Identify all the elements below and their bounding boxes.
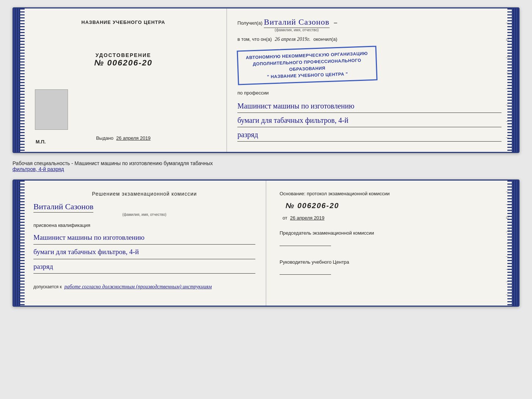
- date-line: в том, что он(а) 26 апреля 2019г. окончи…: [237, 36, 502, 42]
- between-label: Рабочая специальность - Машинист машины …: [12, 159, 520, 174]
- top-left-page: НАЗВАНИЕ УЧЕБНОГО ЦЕНТРА УДОСТОВЕРЕНИЕ №…: [20, 8, 227, 152]
- qual-line-1: Машинист машины по изготовлению: [33, 232, 255, 245]
- protocol-number-block: № 006206-20: [280, 202, 502, 210]
- profession-line-1: Машинист машины по изготовлению: [237, 100, 502, 113]
- issued-line: Выдано 26 апреля 2019: [96, 135, 150, 141]
- from-label: от: [283, 215, 287, 221]
- profession-text: Машинист машины по изготовлению бумаги д…: [237, 100, 502, 143]
- dash-right-1: –: [334, 19, 337, 26]
- cert-title-block: УДОСТОВЕРЕНИЕ № 006206-20: [94, 52, 152, 68]
- decision-title: Решением экзаменационной комиссии: [33, 191, 255, 197]
- between-prefix: Рабочая специальность - Машинист машины …: [12, 160, 213, 166]
- issued-label: Выдано: [96, 135, 113, 141]
- between-underline: фильтров, 4-й разряд: [12, 166, 64, 172]
- cert-number: № 006206-20: [94, 58, 152, 68]
- bottom-spine-right: [512, 181, 518, 306]
- book-spine-right: [512, 8, 518, 152]
- mp-label: М.П.: [36, 139, 46, 145]
- profession-line-2: бумаги для табачных фильтров, 4-й: [237, 114, 502, 127]
- photo-placeholder: [35, 89, 68, 130]
- profession-line-3: разряд: [237, 129, 502, 142]
- top-certificate-book: НАЗВАНИЕ УЧЕБНОГО ЦЕНТРА УДОСТОВЕРЕНИЕ №…: [12, 7, 520, 153]
- bottom-person-name: Виталий Сазонов: [33, 202, 93, 213]
- qual-line-2: бумаги для табачных фильтров, 4-й: [33, 246, 255, 259]
- completed-label: окончил(а): [313, 36, 337, 42]
- bottom-certificate-book: Решением экзаменационной комиссии Витали…: [12, 179, 520, 307]
- head-signature-line: [280, 274, 331, 275]
- bottom-left-page: Решением экзаменационной комиссии Витали…: [20, 181, 266, 306]
- date-from-block: от 26 апреля 2019: [283, 215, 502, 221]
- qual-line-3: разряд: [33, 261, 255, 274]
- issued-date: 26 апреля 2019: [116, 135, 151, 141]
- stamp-block: АВТОНОМНУЮ НЕКОММЕРЧЕСКУЮ ОРГАНИЗАЦИЮ ДО…: [237, 46, 378, 85]
- received-label: Получил(а): [237, 20, 262, 26]
- bottom-person-sub: (фамилия, имя, отчество): [122, 213, 166, 217]
- in-that-label: в том, что он(а): [237, 36, 272, 42]
- cert-label: УДОСТОВЕРЕНИЕ: [94, 52, 152, 58]
- top-right-page: Получил(а) Виталий Сазонов (фамилия, имя…: [227, 8, 512, 152]
- note-prefix: допускается к: [33, 284, 62, 289]
- decorative-border-left: [20, 8, 25, 152]
- qualification-text: Машинист машины по изготовлению бумаги д…: [33, 232, 255, 275]
- bottom-person-block: Виталий Сазонов (фамилия, имя, отчество): [33, 200, 255, 217]
- completed-date: 26 апреля 2019г.: [275, 36, 310, 42]
- chairman-signature-line: [280, 246, 331, 246]
- book-spine-left: [14, 8, 20, 152]
- assigned-label: присвоена квалификация: [33, 222, 255, 228]
- basis-label: Основание: протокол экзаменационной коми…: [280, 191, 502, 196]
- bottom-decorative-right: [507, 181, 512, 306]
- bottom-decorative-left: [20, 181, 25, 306]
- note-text: работе согласно должностным (производств…: [64, 284, 212, 289]
- recipient-sub-label: (фамилия, имя, отчество): [275, 28, 319, 32]
- chairman-label: Председатель экзаменационной комиссии: [280, 229, 502, 247]
- head-label: Руководитель учебного Центра: [280, 259, 502, 277]
- recipient-line: Получил(а) Виталий Сазонов (фамилия, имя…: [237, 17, 502, 32]
- bottom-right-page: Основание: протокол экзаменационной коми…: [266, 181, 512, 306]
- decorative-border-right: [507, 8, 512, 152]
- profession-label: по профессии: [237, 90, 502, 96]
- protocol-number: № 006206-20: [285, 202, 339, 210]
- bottom-spine-left: [14, 181, 20, 306]
- from-date: 26 апреля 2019: [290, 215, 325, 221]
- recipient-name: Виталий Сазонов: [264, 17, 329, 28]
- bottom-note: допускается к работе согласно должностны…: [33, 284, 255, 290]
- center-title: НАЗВАНИЕ УЧЕБНОГО ЦЕНТРА: [82, 19, 165, 25]
